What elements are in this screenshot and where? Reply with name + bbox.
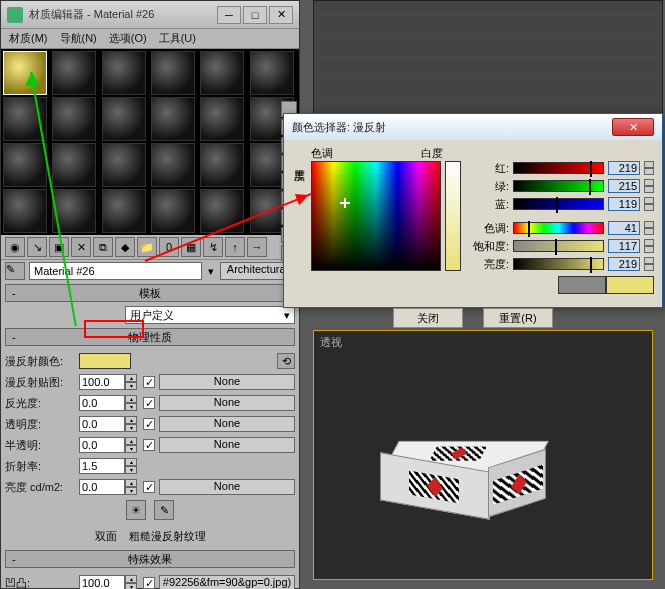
spin-up-icon[interactable]: ▴ (125, 416, 137, 424)
hue-field[interactable] (311, 161, 441, 271)
value-spinner[interactable] (79, 458, 125, 474)
spin-down-icon[interactable] (644, 186, 654, 193)
channel-value[interactable]: 119 (608, 197, 640, 211)
map-slot-button[interactable]: #92256&fm=90&gp=0.jpg) (159, 575, 295, 589)
spin-up-icon[interactable] (644, 221, 654, 228)
value-spinner[interactable] (79, 575, 125, 589)
diffuse-color-swatch[interactable] (79, 353, 131, 369)
material-slot[interactable] (3, 189, 47, 233)
channel-slider[interactable] (513, 222, 604, 234)
tool-icon[interactable]: ☀ (126, 500, 146, 520)
spin-down-icon[interactable]: ▾ (125, 403, 137, 411)
material-slot[interactable] (151, 143, 195, 187)
close-color-button[interactable]: 关闭 (393, 308, 463, 328)
spin-up-icon[interactable] (644, 179, 654, 186)
spin-up-icon[interactable] (644, 197, 654, 204)
channel-slider[interactable] (513, 198, 604, 210)
value-spinner[interactable] (79, 437, 125, 453)
spin-down-icon[interactable]: ▾ (125, 466, 137, 474)
channel-slider[interactable] (513, 180, 604, 192)
material-slot[interactable] (52, 97, 96, 141)
spin-down-icon[interactable]: ▾ (125, 583, 137, 589)
get-material-icon[interactable]: ◉ (5, 237, 25, 257)
enable-checkbox[interactable]: ✓ (143, 418, 155, 430)
go-parent-icon[interactable]: ↑ (225, 237, 245, 257)
enable-checkbox[interactable]: ✓ (143, 397, 155, 409)
spin-up-icon[interactable]: ▴ (125, 575, 137, 583)
material-slot[interactable] (102, 189, 146, 233)
material-slot[interactable] (151, 189, 195, 233)
value-spinner[interactable] (79, 479, 125, 495)
make-copy-icon[interactable]: ⧉ (93, 237, 113, 257)
material-slot[interactable] (200, 143, 244, 187)
material-slot[interactable] (102, 97, 146, 141)
new-color-swatch[interactable] (606, 276, 654, 294)
spin-down-icon[interactable]: ▾ (125, 382, 137, 390)
spin-up-icon[interactable] (644, 239, 654, 246)
put-to-lib-icon[interactable]: 📁 (137, 237, 157, 257)
material-name-input[interactable] (29, 262, 202, 280)
spin-down-icon[interactable] (644, 204, 654, 211)
spin-down-icon[interactable] (644, 264, 654, 271)
material-slot[interactable] (102, 143, 146, 187)
channel-value[interactable]: 215 (608, 179, 640, 193)
spin-up-icon[interactable] (644, 257, 654, 264)
spin-up-icon[interactable]: ▴ (125, 395, 137, 403)
material-slot[interactable] (52, 51, 96, 95)
minimize-button[interactable]: ─ (217, 6, 241, 24)
close-button[interactable]: ✕ (612, 118, 654, 136)
rollout-physical[interactable]: - 物理性质 (5, 328, 295, 346)
menu-tools[interactable]: 工具(U) (159, 31, 196, 46)
value-spinner[interactable] (79, 395, 125, 411)
material-slot[interactable] (151, 51, 195, 95)
map-slot-button[interactable]: None (159, 479, 295, 495)
material-slot[interactable] (102, 51, 146, 95)
maximize-button[interactable]: □ (243, 6, 267, 24)
color-picker-titlebar[interactable]: 颜色选择器: 漫反射 ✕ (284, 114, 662, 140)
spin-down-icon[interactable] (644, 228, 654, 235)
enable-checkbox[interactable]: ✓ (143, 577, 155, 589)
spin-down-icon[interactable] (644, 246, 654, 253)
map-slot-button[interactable]: None (159, 416, 295, 432)
map-slot-button[interactable]: None (159, 374, 295, 390)
channel-slider[interactable] (513, 258, 604, 270)
material-slot[interactable] (3, 143, 47, 187)
show-end-icon[interactable]: ↯ (203, 237, 223, 257)
tool-icon[interactable]: ✎ (154, 500, 174, 520)
material-slot[interactable] (250, 51, 294, 95)
make-unique-icon[interactable]: ◆ (115, 237, 135, 257)
scene-box-object[interactable] (380, 430, 550, 540)
reset-color-button[interactable]: 重置(R) (483, 308, 553, 328)
value-spinner[interactable] (79, 374, 125, 390)
channel-value[interactable]: 41 (608, 221, 640, 235)
spin-down-icon[interactable]: ▾ (125, 487, 137, 495)
spin-down-icon[interactable]: ▾ (125, 445, 137, 453)
spin-up-icon[interactable]: ▴ (125, 458, 137, 466)
old-color-swatch[interactable] (558, 276, 606, 294)
rollout-template[interactable]: - 模板 (5, 284, 295, 302)
material-slot[interactable] (200, 51, 244, 95)
dropdown-arrow-icon[interactable]: ▾ (206, 265, 216, 278)
put-to-scene-icon[interactable]: ↘ (27, 237, 47, 257)
pick-from-obj-icon[interactable]: ✎ (5, 262, 25, 280)
spin-down-icon[interactable]: ▾ (125, 424, 137, 432)
whiteness-slider[interactable] (445, 161, 461, 271)
template-dropdown[interactable]: 用户定义 ▾ (125, 306, 295, 324)
lock-icon[interactable]: ⟲ (277, 353, 295, 369)
menu-options[interactable]: 选项(O) (109, 31, 147, 46)
material-slot[interactable] (52, 143, 96, 187)
spin-up-icon[interactable] (644, 161, 654, 168)
channel-slider[interactable] (513, 162, 604, 174)
two-sided-checkbox[interactable]: 双面 (95, 529, 117, 544)
channel-slider[interactable] (513, 240, 604, 252)
enable-checkbox[interactable]: ✓ (143, 481, 155, 493)
value-spinner[interactable] (79, 416, 125, 432)
enable-checkbox[interactable]: ✓ (143, 439, 155, 451)
spin-down-icon[interactable] (644, 168, 654, 175)
spin-up-icon[interactable]: ▴ (125, 374, 137, 382)
rollout-special[interactable]: - 特殊效果 (5, 550, 295, 568)
material-editor-titlebar[interactable]: 材质编辑器 - Material #26 ─ □ ✕ (1, 1, 299, 29)
reset-map-icon[interactable]: ✕ (71, 237, 91, 257)
spin-up-icon[interactable]: ▴ (125, 437, 137, 445)
map-slot-button[interactable]: None (159, 395, 295, 411)
